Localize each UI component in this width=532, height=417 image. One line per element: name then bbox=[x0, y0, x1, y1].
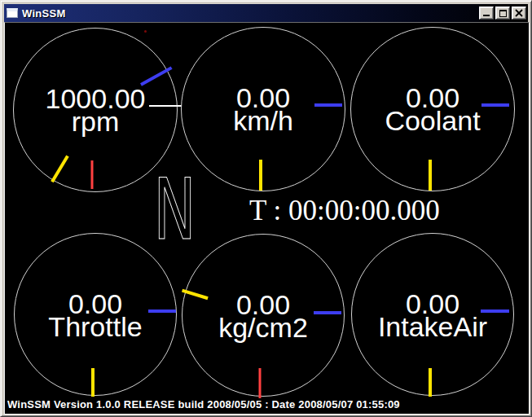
gauge-rpm: 1000.00rpm bbox=[13, 28, 178, 192]
gauge-speed-yellow-marker bbox=[259, 160, 262, 191]
red-dot bbox=[144, 30, 147, 33]
gauge-boost-blue-marker bbox=[314, 311, 341, 314]
client-area: N T : 00:00:00.000 WinSSM Version 1.0.0 … bbox=[4, 22, 530, 415]
minimize-button[interactable] bbox=[479, 7, 494, 20]
close-icon bbox=[515, 9, 523, 17]
gauge-rpm-unit: rpm bbox=[14, 110, 177, 134]
gauge-intakeair-blue-marker bbox=[481, 309, 509, 313]
status-bar: WinSSM Version 1.0.0 RELEASE build 2008/… bbox=[7, 398, 400, 411]
gear-indicator: N bbox=[152, 176, 198, 241]
gauge-speed: 0.00km/h bbox=[181, 27, 345, 191]
gauge-intakeair-yellow-marker bbox=[429, 368, 432, 397]
stage: N T : 00:00:00.000 WinSSM Version 1.0.0 … bbox=[5, 23, 529, 414]
winssm-window: WinSSM N T : 00:00:00.000 WinSSM Version… bbox=[0, 0, 532, 417]
maximize-icon bbox=[499, 10, 507, 17]
gauge-coolant-unit: Coolant bbox=[351, 109, 514, 133]
gauge-throttle: 0.00Throttle bbox=[14, 233, 177, 396]
gauge-intakeair: 0.00IntakeAir bbox=[351, 233, 514, 396]
titlebar-buttons bbox=[479, 7, 526, 20]
gauge-speed-unit: km/h bbox=[182, 109, 345, 133]
gauge-rpm-white-needle bbox=[149, 105, 182, 107]
gear-letter: N bbox=[154, 176, 196, 241]
close-button[interactable] bbox=[512, 7, 526, 20]
gauge-speed-blue-marker bbox=[314, 103, 342, 107]
gauge-throttle-yellow-marker bbox=[91, 368, 95, 397]
gauge-rpm-red-marker bbox=[91, 160, 94, 189]
gauge-throttle-blue-marker bbox=[148, 309, 176, 313]
gauge-intakeair-unit: IntakeAir bbox=[352, 315, 513, 339]
gauge-boost: 0.00kg/cm2 bbox=[182, 234, 345, 397]
app-icon[interactable] bbox=[7, 8, 18, 18]
gauge-throttle-unit: Throttle bbox=[15, 315, 176, 339]
gauge-coolant-yellow-marker bbox=[429, 160, 432, 191]
minimize-icon bbox=[483, 15, 490, 16]
gauge-coolant-blue-marker bbox=[481, 103, 509, 107]
timer-label: T : 00:00:00.000 bbox=[249, 195, 440, 226]
window-title: WinSSM bbox=[22, 7, 66, 20]
maximize-button[interactable] bbox=[495, 7, 510, 20]
gauge-boost-unit: kg/cm2 bbox=[182, 316, 344, 340]
titlebar[interactable]: WinSSM bbox=[4, 4, 528, 22]
gauge-boost-red-marker bbox=[259, 368, 262, 398]
gauge-coolant: 0.00Coolant bbox=[350, 27, 515, 191]
